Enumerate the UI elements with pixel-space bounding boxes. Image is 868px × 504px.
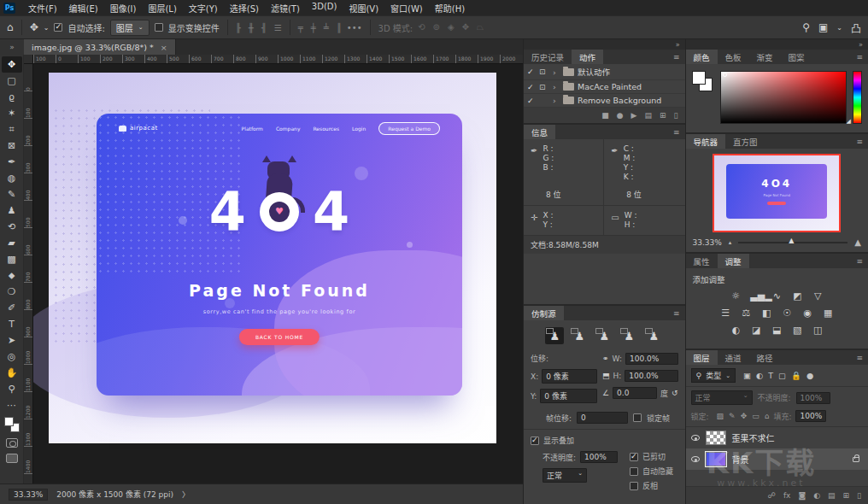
show-transform-checkbox[interactable]	[155, 23, 163, 32]
tab-color[interactable]: 颜色	[686, 50, 718, 64]
brush-tool[interactable]: ✎	[2, 186, 22, 202]
panel-menu-icon[interactable]: ≡	[856, 254, 868, 268]
filter-adjustment-layers-icon[interactable]: ◐	[756, 371, 763, 380]
layer-style-icon[interactable]: fx	[783, 491, 791, 500]
clone-x-field[interactable]: 0 像素	[542, 369, 597, 384]
healing-brush-tool[interactable]: ◍	[2, 170, 22, 186]
action-expand-icon[interactable]: ›	[553, 82, 560, 91]
menu-item[interactable]: 滤镜(T)	[265, 0, 306, 16]
action-expand-icon[interactable]: ›	[553, 67, 560, 77]
flip-vertical-icon[interactable]: ⬒	[602, 372, 610, 380]
tab-swatches[interactable]: 色板	[718, 50, 749, 64]
clone-source-1[interactable]: ♟	[545, 327, 564, 344]
align-bottom-icon[interactable]: ╧	[324, 23, 329, 32]
new-group-icon[interactable]: ▤	[828, 491, 836, 500]
threshold-icon[interactable]: ⬓	[771, 325, 783, 336]
align-right-icon[interactable]: ╢	[261, 23, 267, 32]
lock-paint-icon[interactable]: ✎	[729, 412, 736, 420]
quick-mask-icon[interactable]	[6, 438, 18, 448]
link-layers-icon[interactable]: ☍	[768, 491, 776, 500]
clone-stamp-tool[interactable]: ♟	[2, 202, 22, 219]
path-selection-tool[interactable]: ➤	[2, 332, 22, 349]
filter-on-icon[interactable]: ●	[806, 371, 813, 380]
tab-info[interactable]: 信息	[524, 125, 555, 139]
new-action-icon[interactable]: ⊞	[660, 111, 666, 120]
align-center-h-icon[interactable]: ╫	[249, 23, 254, 32]
panel-menu-icon[interactable]: ≡	[856, 50, 868, 64]
tab-channels[interactable]: 通道	[718, 350, 749, 365]
gradient-tool[interactable]: ▩	[2, 251, 22, 267]
tab-navigator[interactable]: 导航器	[686, 134, 726, 149]
eyedropper-tool[interactable]: ✒	[2, 154, 22, 170]
exposure-icon[interactable]: ◩	[791, 290, 803, 302]
flip-horizontal-icon[interactable]: ⚭	[602, 355, 609, 363]
lock-icon[interactable]	[853, 457, 859, 462]
menu-item[interactable]: 视图(V)	[343, 0, 384, 16]
auto-hide-checkbox[interactable]	[630, 467, 638, 476]
navigator-zoom-slider[interactable]: ▲	[738, 242, 847, 243]
close-icon[interactable]: ×	[161, 43, 167, 52]
fill-field[interactable]: 100%	[795, 410, 826, 422]
tab-properties[interactable]: 属性	[686, 254, 718, 268]
menu-item[interactable]: 文件(F)	[22, 0, 63, 16]
dodge-tool[interactable]: ❍	[2, 284, 22, 300]
tab-gradients[interactable]: 渐变	[749, 50, 781, 64]
color-cursor[interactable]	[723, 73, 727, 77]
invert-checkbox[interactable]	[630, 482, 638, 490]
invert-icon[interactable]: ◐	[730, 325, 742, 336]
home-icon[interactable]: ⌂	[7, 21, 14, 33]
new-layer-icon[interactable]: ⊞	[843, 491, 850, 500]
layer-thumbnail[interactable]	[706, 452, 726, 466]
blur-tool[interactable]: ⬥	[2, 267, 22, 284]
action-check-icon[interactable]: ✓	[527, 83, 536, 91]
lock-frame-checkbox[interactable]	[633, 413, 642, 422]
filter-pixel-layers-icon[interactable]: ▣	[743, 371, 751, 380]
levels-icon[interactable]: ▃▅▂	[750, 290, 762, 302]
eraser-tool[interactable]: ▰	[2, 235, 22, 251]
navigator-thumbnail[interactable]: 4Ο4 Page Not Found	[713, 154, 841, 232]
action-row[interactable]: ✓ › Remove Background	[524, 94, 685, 108]
menu-item[interactable]: 编辑(E)	[63, 0, 104, 16]
delete-layer-icon[interactable]: ▯	[857, 491, 861, 500]
tab-paths[interactable]: 路径	[749, 350, 781, 365]
menu-item[interactable]: 选择(S)	[224, 0, 265, 16]
overlay-blend-dropdown[interactable]: 正常 ⌄	[542, 468, 587, 483]
hand-tool[interactable]: ✋	[2, 365, 22, 381]
filter-type-layers-icon[interactable]: T	[768, 371, 773, 380]
type-tool[interactable]: T	[2, 316, 22, 332]
status-zoom-field[interactable]: 33.33%	[9, 489, 48, 501]
chevron-down-icon[interactable]: ⌄	[836, 24, 842, 32]
crop-tool[interactable]: ⌗	[2, 121, 22, 138]
move-tool[interactable]: ✥	[2, 56, 22, 73]
lasso-tool[interactable]: ϱ	[2, 89, 22, 105]
frame-offset-field[interactable]: 0	[577, 412, 628, 424]
color-balance-icon[interactable]: ⚖	[740, 308, 752, 319]
align-left-icon[interactable]: ╟	[236, 23, 241, 32]
brightness-contrast-icon[interactable]: ☼	[730, 290, 742, 302]
toolbar-collapse-icon[interactable]: »	[0, 39, 24, 55]
record-icon[interactable]: ●	[617, 111, 624, 120]
clone-source-2[interactable]: ♟	[570, 327, 589, 344]
clone-angle-field[interactable]: 0.0	[613, 387, 657, 399]
zoom-in-icon[interactable]: ▲	[854, 237, 861, 247]
panel-menu-icon[interactable]: ≡	[856, 134, 868, 149]
document-image[interactable]: airpacat PlatformCompanyResourcesLogin R…	[49, 73, 496, 443]
saturation-field[interactable]: ◢	[720, 71, 847, 124]
distribute-h-icon[interactable]: ☰	[274, 23, 282, 32]
shape-tool[interactable]: ◎	[2, 349, 22, 365]
tab-histogram[interactable]: 直方图	[725, 134, 765, 149]
navigator-zoom-value[interactable]: 33.33%	[693, 238, 722, 247]
action-check-icon[interactable]: ✓	[527, 67, 536, 76]
search-icon[interactable]: ⚲	[802, 21, 810, 33]
menu-item[interactable]: 3D(D)	[306, 0, 343, 16]
more-options-icon[interactable]: •••	[347, 23, 362, 32]
lock-all-icon[interactable]: ⌂	[765, 412, 770, 420]
clone-w-field[interactable]: 100.0%	[625, 353, 678, 365]
adjustment-layer-icon[interactable]: ◐	[813, 491, 820, 500]
gradient-map-icon[interactable]: ▧	[791, 325, 803, 336]
align-middle-icon[interactable]: ╪	[311, 23, 316, 32]
hue-slider[interactable]	[853, 71, 862, 124]
frame-tool[interactable]: ⊠	[2, 138, 22, 154]
channel-mixer-icon[interactable]: ◉	[801, 308, 813, 319]
slider-thumb-icon[interactable]: ▲	[789, 237, 794, 244]
